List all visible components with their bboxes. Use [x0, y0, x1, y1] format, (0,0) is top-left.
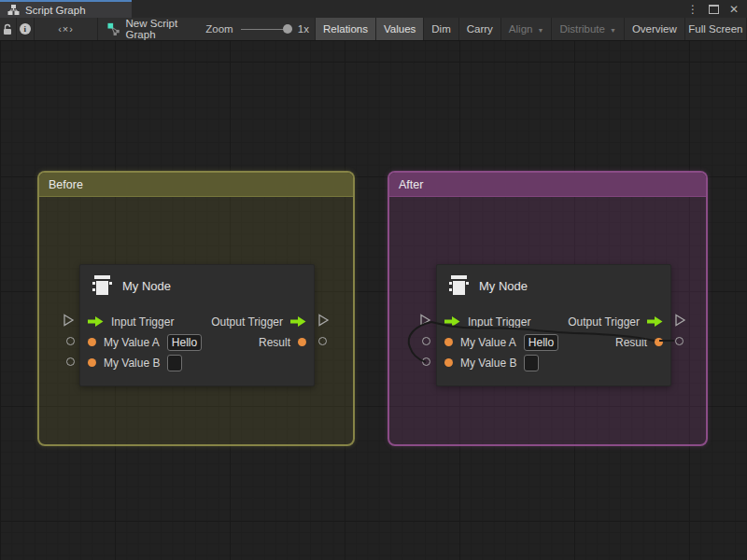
- value-port-icon[interactable]: [444, 338, 453, 346]
- node-header: My Node: [447, 273, 528, 298]
- value-a-row: My Value A Hello Result: [80, 332, 314, 352]
- info-icon: i: [20, 23, 31, 35]
- graph-input-trigger-port[interactable]: [63, 314, 75, 327]
- value-a-row: My Value A Hello Result: [437, 332, 670, 352]
- value-b-label: My Value B: [104, 357, 160, 370]
- lock-icon: [2, 23, 13, 35]
- tab-script-graph[interactable]: Script Graph: [0, 0, 132, 18]
- value-b-input[interactable]: [524, 355, 539, 371]
- value-b-row: My Value B: [80, 353, 314, 372]
- flow-in-icon[interactable]: [444, 316, 460, 327]
- graph-input-value-port[interactable]: [422, 337, 430, 345]
- value-port-icon[interactable]: [88, 338, 96, 346]
- value-a-input[interactable]: Hello: [524, 334, 558, 351]
- input-trigger-label: Input Trigger: [111, 315, 174, 329]
- graph-title[interactable]: New Script Graph: [98, 18, 205, 40]
- unit-icon: [91, 273, 114, 298]
- group-after-header[interactable]: After: [389, 173, 706, 197]
- group-before-label: Before: [49, 178, 83, 191]
- node-header: My Node: [91, 273, 171, 298]
- flow-out-icon[interactable]: [647, 316, 663, 327]
- script-graph-icon: [7, 4, 20, 16]
- result-port-icon[interactable]: [298, 338, 306, 346]
- chevron-down-icon: ▼: [537, 27, 543, 34]
- graph-input-value-port[interactable]: [422, 357, 430, 366]
- info-button[interactable]: i: [17, 18, 35, 40]
- result-port-icon[interactable]: [655, 338, 663, 346]
- graph-input-trigger-port[interactable]: [419, 314, 431, 327]
- graph-canvas[interactable]: Before After My Node: [0, 41, 747, 560]
- chevron-down-icon: ▼: [610, 27, 616, 34]
- graph-icon: [107, 22, 120, 35]
- group-after-label: After: [399, 178, 423, 191]
- result-label: Result: [259, 336, 290, 349]
- values-button[interactable]: Values: [376, 18, 424, 40]
- zoom-label: Zoom: [205, 23, 233, 35]
- value-b-row: My Value B: [437, 353, 670, 372]
- graph-output-value-port[interactable]: [318, 337, 327, 345]
- node-my-node-before[interactable]: My Node Input Trigger Output Trigger My …: [79, 264, 315, 386]
- align-dropdown[interactable]: Align ▼: [501, 18, 553, 40]
- trigger-row: Input Trigger Output Trigger: [437, 312, 670, 331]
- node-my-node-after[interactable]: My Node Input Trigger Output Trigger My …: [436, 264, 671, 386]
- node-title: My Node: [479, 279, 528, 293]
- result-label: Result: [615, 336, 647, 349]
- relations-button[interactable]: Relations: [316, 18, 376, 40]
- value-b-input[interactable]: [167, 355, 182, 371]
- script-graph-window: Script Graph ⋮ ✕ i ‹×›: [0, 0, 747, 560]
- value-b-label: My Value B: [460, 357, 516, 370]
- graph-input-value-port[interactable]: [66, 357, 75, 366]
- value-a-input[interactable]: Hello: [167, 334, 202, 351]
- window-controls: ⋮ ✕: [687, 0, 747, 18]
- trigger-row: Input Trigger Output Trigger: [80, 312, 314, 331]
- lock-button[interactable]: [0, 18, 17, 40]
- zoom-value: 1x: [298, 23, 309, 35]
- close-icon[interactable]: ✕: [729, 3, 739, 16]
- zoom-control: Zoom 1x: [205, 18, 316, 40]
- relations-label: Relations: [323, 23, 368, 35]
- code-view-button[interactable]: ‹×›: [35, 18, 99, 40]
- graph-toolbar: i ‹×› New Script Graph Zoom 1x Relations: [0, 18, 747, 41]
- full-screen-button[interactable]: Full Screen: [685, 18, 747, 40]
- distribute-dropdown[interactable]: Distribute ▼: [552, 18, 625, 40]
- output-trigger-label: Output Trigger: [568, 315, 640, 329]
- carry-label: Carry: [467, 23, 493, 35]
- graph-title-label: New Script Graph: [126, 18, 206, 40]
- overview-button[interactable]: Overview: [625, 18, 685, 40]
- zoom-slider-handle[interactable]: [283, 24, 292, 34]
- distribute-label: Distribute: [559, 23, 605, 35]
- value-port-icon[interactable]: [444, 358, 453, 367]
- graph-output-trigger-port[interactable]: [674, 314, 686, 327]
- values-label: Values: [384, 23, 416, 35]
- value-port-icon[interactable]: [88, 358, 96, 367]
- graph-output-trigger-port[interactable]: [317, 314, 330, 327]
- input-trigger-label: Input Trigger: [468, 315, 530, 329]
- output-trigger-label: Output Trigger: [211, 315, 283, 329]
- full-screen-label: Full Screen: [688, 23, 742, 35]
- dim-label: Dim: [431, 23, 450, 35]
- value-a-label: My Value A: [460, 336, 516, 349]
- tab-bar: Script Graph ⋮ ✕: [0, 0, 747, 18]
- graph-input-value-port[interactable]: [66, 337, 75, 345]
- more-icon[interactable]: ⋮: [687, 3, 698, 16]
- maximize-icon[interactable]: [709, 5, 719, 14]
- carry-button[interactable]: Carry: [459, 18, 501, 40]
- align-label: Align: [509, 23, 533, 35]
- flow-out-icon[interactable]: [290, 316, 306, 327]
- graph-output-value-port[interactable]: [675, 337, 684, 345]
- node-title: My Node: [122, 279, 171, 293]
- dim-button[interactable]: Dim: [424, 18, 458, 40]
- zoom-slider[interactable]: [241, 18, 292, 40]
- value-a-label: My Value A: [104, 336, 160, 349]
- tab-label: Script Graph: [25, 5, 86, 16]
- overview-label: Overview: [632, 23, 677, 35]
- code-icon: ‹×›: [58, 23, 74, 35]
- unit-icon: [447, 273, 471, 298]
- group-before-header[interactable]: Before: [39, 173, 353, 197]
- flow-in-icon[interactable]: [88, 316, 104, 327]
